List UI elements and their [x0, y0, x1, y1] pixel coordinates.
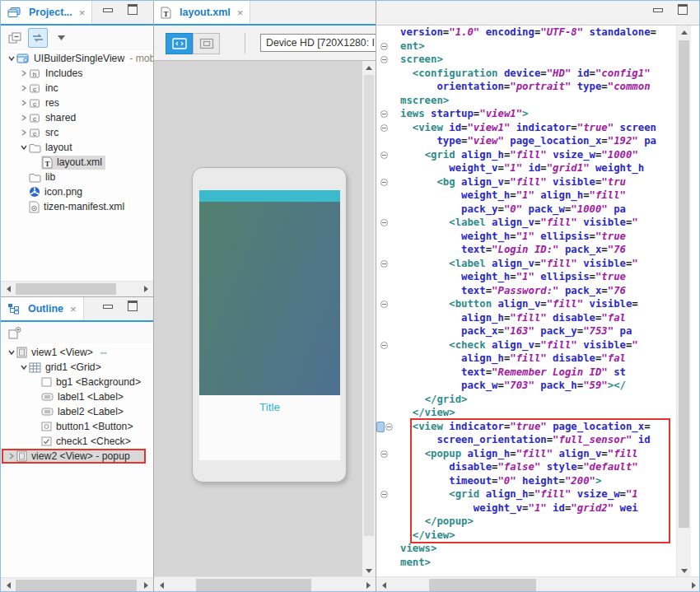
scroll-down-icon[interactable]: [362, 564, 376, 577]
scroll-left-icon[interactable]: [2, 282, 14, 296]
tree-item-layout[interactable]: layout: [1, 140, 153, 155]
code-line-23[interactable]: pack_x="163" pack_y="753" pa: [400, 324, 632, 338]
device-select[interactable]: Device HD [720X1280: I: [260, 34, 376, 52]
fold-collapse-icon[interactable]: [380, 219, 388, 226]
tree-item-shared[interactable]: cshared: [1, 110, 153, 125]
close-icon[interactable]: ×: [79, 7, 86, 19]
tree-item-lib[interactable]: lib: [1, 170, 153, 184]
scroll-right-icon[interactable]: [140, 282, 152, 296]
code-line-11[interactable]: weight_v="1" id="grid1" weight_h: [400, 161, 644, 175]
chevron-collapsed-icon[interactable]: [18, 83, 29, 93]
tree-item-label1[interactable]: label1 <Label>: [1, 389, 153, 404]
source-hscrollbar[interactable]: [376, 576, 700, 592]
maximize-icon[interactable]: [676, 5, 689, 16]
chevron-expanded-icon[interactable]: [18, 142, 29, 152]
tree-item-includes[interactable]: hIncludes: [1, 66, 153, 81]
code-line-18[interactable]: <label align_v="fill" visible=": [400, 257, 638, 271]
code-line-16[interactable]: weight_h="1" ellipsis="true: [400, 230, 626, 244]
popup-title-text[interactable]: Title: [199, 401, 340, 413]
chevron-expanded-icon[interactable]: [6, 347, 16, 357]
scrollbar-thumb[interactable]: [364, 75, 374, 536]
minimize-icon[interactable]: [101, 301, 114, 313]
maximize-icon[interactable]: [126, 301, 139, 313]
chevron-collapsed-icon[interactable]: [18, 68, 29, 78]
preview-hscrollbar[interactable]: [154, 576, 376, 592]
project-hscrollbar[interactable]: [1, 281, 153, 296]
collapse-all-icon[interactable]: [6, 29, 24, 47]
code-line-21[interactable]: <button align_v="fill" visible=: [400, 297, 638, 311]
scrollbar-thumb[interactable]: [16, 283, 116, 295]
chevron-expanded-icon[interactable]: [6, 54, 16, 63]
code-line-40[interactable]: ment>: [400, 556, 431, 570]
code-line-14[interactable]: pack_y="0" pack_w="1000" pa: [400, 203, 626, 217]
tab-project-explorer[interactable]: Project... ×: [1, 1, 92, 24]
tree-item-label2[interactable]: label2 <Label>: [1, 404, 153, 419]
maximize-icon[interactable]: [126, 5, 139, 16]
close-icon[interactable]: ×: [237, 7, 244, 19]
chevron-collapsed-icon[interactable]: [18, 128, 29, 138]
code-line-26[interactable]: text="Remember Login ID" st: [400, 366, 626, 380]
tree-item-view2[interactable]: view2 <View> - popup: [1, 449, 153, 464]
tree-item-button1[interactable]: button1 <Button>: [1, 419, 153, 434]
scroll-right-icon[interactable]: [688, 577, 699, 592]
scrollbar-thumb[interactable]: [16, 580, 137, 591]
code-editor[interactable]: version="1.0" encoding="UTF-8" standalon…: [376, 26, 676, 577]
tree-item-check1[interactable]: check1 <Check>: [1, 434, 153, 449]
scroll-down-icon[interactable]: [677, 564, 691, 577]
tab-layout-xml[interactable]: T layout.xml ×: [154, 1, 250, 24]
chevron-collapsed-icon[interactable]: [18, 98, 29, 108]
code-line-27[interactable]: pack_w="703" pack_h="59"></: [400, 379, 626, 393]
source-vscrollbar[interactable]: [676, 26, 691, 577]
tree-item-grid1[interactable]: grid1 <Grid>: [1, 360, 153, 375]
minimize-icon[interactable]: [651, 5, 665, 16]
code-line-8[interactable]: <view id="view1" indicator="true" screen: [400, 121, 656, 135]
fold-collapse-icon[interactable]: [380, 260, 388, 268]
chevron-collapsed-icon[interactable]: [18, 113, 29, 123]
code-line-39[interactable]: views>: [400, 542, 436, 556]
close-icon[interactable]: ×: [70, 303, 77, 315]
tree-item-layout.xml[interactable]: Tlayout.xml: [1, 155, 153, 170]
fold-collapse-icon[interactable]: [385, 423, 393, 431]
code-line-24[interactable]: <check align_v="fill" visible=": [400, 338, 638, 352]
tree-item-uibuildersingleview[interactable]: UIBuilderSingleView- mob: [1, 51, 153, 66]
code-line-9[interactable]: type="view" page_location_x="192" pa: [400, 134, 656, 148]
code-line-22[interactable]: align_h="fill" disable="fal: [400, 311, 626, 325]
code-line-3[interactable]: screen>: [400, 53, 443, 67]
fold-collapse-icon[interactable]: [380, 110, 388, 118]
code-line-7[interactable]: iews startup="view1">: [400, 107, 529, 121]
view-menu-icon[interactable]: [52, 29, 70, 47]
tree-item-src[interactable]: csrc: [1, 125, 153, 140]
tree-item-icon.png[interactable]: icon.png: [1, 184, 153, 199]
code-line-17[interactable]: text="Login ID:" pack_x="76: [400, 243, 626, 257]
fold-collapse-icon[interactable]: [380, 124, 388, 132]
scroll-left-icon[interactable]: [378, 577, 390, 592]
tab-outline[interactable]: Outline ×: [1, 297, 84, 320]
code-line-1[interactable]: version="1.0" encoding="UTF-8" standalon…: [400, 26, 656, 40]
tree-item-tizen-manifest.xml[interactable]: tizen-manifest.xml: [1, 199, 153, 214]
fold-collapse-icon[interactable]: [380, 179, 388, 186]
code-line-20[interactable]: text="Password:" pack_x="76: [400, 284, 626, 298]
code-line-13[interactable]: weight_h="1" align_h="fill": [400, 189, 626, 203]
fold-collapse-icon[interactable]: [380, 56, 388, 63]
code-line-12[interactable]: <bg align_v="fill" visible="tru: [400, 175, 626, 189]
preview-vscrollbar[interactable]: [362, 61, 376, 577]
scrollbar-thumb[interactable]: [679, 40, 689, 528]
outline-hscrollbar[interactable]: [1, 577, 153, 592]
scroll-up-icon[interactable]: [677, 26, 691, 39]
design-view-button[interactable]: [193, 33, 220, 54]
tree-item-bg1[interactable]: bg1 <Background>: [1, 375, 153, 389]
scrollbar-thumb[interactable]: [196, 579, 311, 591]
code-line-4[interactable]: <configuration device="HD" id="config1": [400, 67, 651, 81]
fold-collapse-icon[interactable]: [380, 43, 388, 50]
fold-collapse-icon[interactable]: [380, 491, 388, 498]
code-line-2[interactable]: ent>: [400, 40, 425, 54]
tree-item-view1[interactable]: view1 <View>⇔: [1, 345, 153, 360]
fold-collapse-icon[interactable]: [380, 151, 388, 159]
tree-item-inc[interactable]: cinc: [1, 81, 153, 96]
tree-item-res[interactable]: cres: [1, 96, 153, 110]
source-view-button[interactable]: [166, 33, 193, 54]
scrollbar-thumb[interactable]: [429, 579, 536, 591]
code-line-28[interactable]: </grid>: [400, 393, 467, 407]
view1-background[interactable]: [199, 202, 340, 395]
minimize-icon[interactable]: [101, 5, 114, 16]
